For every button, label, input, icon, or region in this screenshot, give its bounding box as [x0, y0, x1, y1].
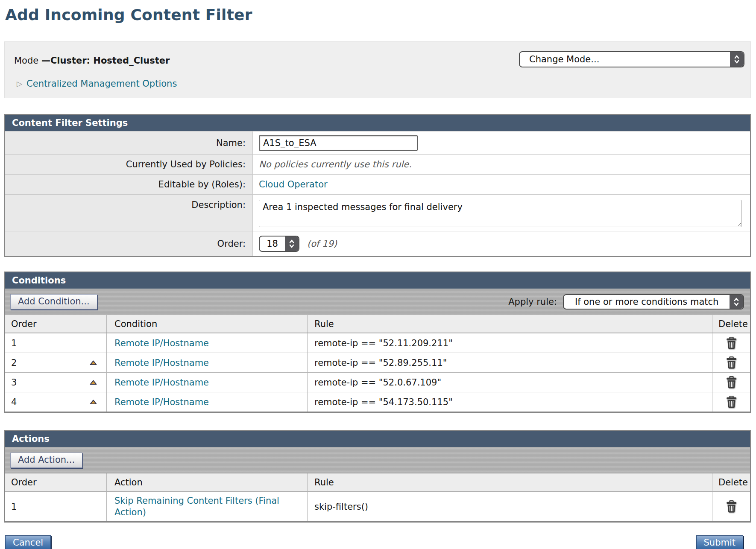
policies-label: Currently Used by Policies: [5, 155, 253, 174]
order-label: Order: [5, 231, 253, 256]
description-row: Description: Area 1 inspected messages f… [5, 194, 750, 231]
roles-row: Editable by (Roles): Cloud Operator [5, 174, 750, 194]
action-link[interactable]: Skip Remaining Content Filters (Final Ac… [114, 496, 279, 517]
mode-panel: Mode —Cluster: Hosted_Cluster Change Mod… [4, 41, 751, 98]
apply-rule-select-value: If one or more conditions match [564, 295, 730, 309]
column-header-delete: Delete [712, 473, 750, 491]
actions-toolbar: Add Action... [5, 447, 750, 473]
cancel-button[interactable]: Cancel [5, 535, 51, 549]
footer-bar: Cancel Submit [4, 535, 751, 549]
condition-rule: remote-ip == "52.11.209.211" [314, 338, 453, 348]
change-mode-select-value: Change Mode... [520, 52, 730, 67]
chevron-up-down-icon [730, 52, 744, 67]
submit-button[interactable]: Submit [696, 535, 744, 549]
condition-rule: remote-ip == "54.173.50.115" [314, 397, 453, 407]
move-up-icon[interactable] [90, 400, 97, 405]
action-order: 1 [11, 502, 17, 512]
move-up-icon[interactable] [90, 360, 97, 365]
condition-rule: remote-ip == "52.89.255.11" [314, 358, 447, 368]
roles-link[interactable]: Cloud Operator [259, 179, 328, 190]
order-row: Order: 18 (of 19) [5, 231, 750, 256]
trash-icon[interactable] [726, 500, 737, 513]
conditions-toolbar: Add Condition... Apply rule: If one or m… [5, 289, 750, 315]
condition-row: 2 Remote IP/Hostname remote-ip == "52.89… [5, 353, 750, 372]
column-header-condition: Condition [107, 315, 308, 333]
trash-icon[interactable] [726, 337, 737, 349]
condition-link[interactable]: Remote IP/Hostname [114, 358, 209, 368]
column-header-order: Order [5, 473, 107, 491]
actions-table-header: Order Action Rule Delete [5, 473, 750, 491]
trash-icon[interactable] [726, 396, 737, 408]
chevron-up-down-icon [730, 295, 743, 309]
chevron-up-down-icon [285, 237, 299, 251]
condition-row: 1 Remote IP/Hostname remote-ip == "52.11… [5, 333, 750, 353]
trash-icon[interactable] [726, 356, 737, 369]
actions-section: Actions Add Action... Order Action Rule … [4, 430, 751, 523]
mode-text: Mode —Cluster: Hosted_Cluster [14, 53, 170, 66]
condition-order: 2 [11, 358, 17, 368]
change-mode-select[interactable]: Change Mode... [519, 51, 744, 67]
name-row: Name: [5, 131, 750, 154]
move-up-icon[interactable] [90, 380, 97, 385]
description-input[interactable]: Area 1 inspected messages for final deli… [259, 200, 741, 227]
policies-value: No policies currently use this rule. [259, 159, 412, 169]
condition-row: 4 Remote IP/Hostname remote-ip == "54.17… [5, 392, 750, 412]
order-select-value: 18 [260, 237, 285, 251]
column-header-delete: Delete [712, 315, 750, 333]
column-header-order: Order [5, 315, 107, 333]
settings-section-header: Content Filter Settings [5, 115, 750, 131]
name-input[interactable] [259, 135, 418, 151]
condition-order: 4 [11, 397, 17, 407]
condition-order: 3 [11, 377, 17, 388]
actions-section-header: Actions [5, 431, 750, 447]
condition-link[interactable]: Remote IP/Hostname [114, 338, 209, 348]
content-filter-settings-section: Content Filter Settings Name: Currently … [4, 114, 751, 257]
trash-icon[interactable] [726, 376, 737, 388]
column-header-rule: Rule [308, 473, 712, 491]
apply-rule-select[interactable]: If one or more conditions match [563, 294, 744, 310]
add-condition-button[interactable]: Add Condition... [10, 294, 97, 310]
mode-label: Mode [14, 55, 38, 66]
condition-order: 1 [11, 338, 17, 348]
conditions-section: Conditions Add Condition... Apply rule: … [4, 272, 751, 413]
mode-value: —Cluster: Hosted_Cluster [41, 55, 170, 66]
conditions-table-header: Order Condition Rule Delete [5, 315, 750, 333]
name-label: Name: [5, 131, 253, 154]
apply-rule-label: Apply rule: [508, 297, 557, 307]
condition-link[interactable]: Remote IP/Hostname [114, 377, 209, 388]
policies-row: Currently Used by Policies: No policies … [5, 154, 750, 174]
condition-rule: remote-ip == "52.0.67.109" [314, 377, 441, 388]
description-label: Description: [5, 195, 253, 231]
action-row: 1 Skip Remaining Content Filters (Final … [5, 491, 750, 521]
conditions-section-header: Conditions [5, 272, 750, 289]
page-title: Add Incoming Content Filter [5, 6, 751, 23]
column-header-rule: Rule [308, 315, 712, 333]
order-total: (of 19) [307, 239, 337, 249]
action-rule: skip-filters() [314, 502, 368, 512]
roles-label: Editable by (Roles): [5, 175, 253, 194]
centralized-management-options-link[interactable]: Centralized Management Options [26, 79, 177, 89]
condition-row: 3 Remote IP/Hostname remote-ip == "52.0.… [5, 372, 750, 392]
column-header-action: Action [107, 473, 308, 491]
disclosure-triangle-icon[interactable]: ▷ [17, 80, 22, 88]
condition-link[interactable]: Remote IP/Hostname [114, 397, 209, 407]
add-action-button[interactable]: Add Action... [10, 453, 82, 468]
order-select[interactable]: 18 [259, 236, 299, 252]
